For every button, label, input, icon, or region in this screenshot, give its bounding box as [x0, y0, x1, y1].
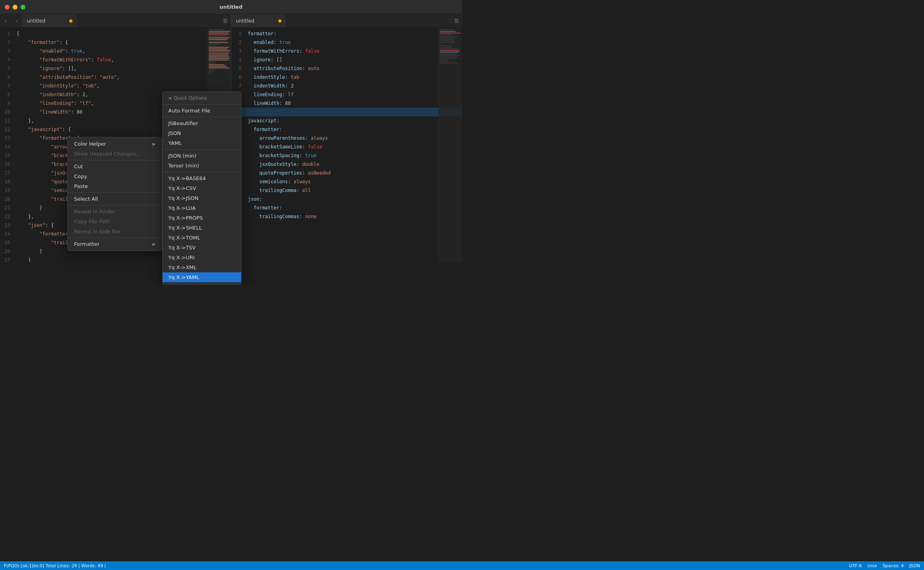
- ctx-separator-2: [68, 192, 162, 193]
- window-controls: [5, 5, 25, 10]
- ctx-cut[interactable]: Cut: [68, 162, 162, 171]
- code-line: 13 arrowParentheses: always: [231, 134, 462, 142]
- qm-jsbeautifier[interactable]: JSBeautifier: [163, 118, 241, 128]
- left-tab-label: untitled: [27, 18, 45, 24]
- ctx-separator-4: [68, 238, 162, 238]
- left-pane-tab-actions: ☰: [220, 14, 231, 27]
- qm-yq-json[interactable]: Yq X->JSON: [163, 193, 241, 203]
- qm-yq-toml[interactable]: Yq X->TOML: [163, 233, 241, 243]
- ctx-copy[interactable]: Copy: [68, 171, 162, 181]
- chevron-right-icon: ▶: [152, 142, 156, 146]
- pane-tabbar-left: ‹ › untitled ☰: [0, 14, 231, 28]
- qm-sep-2: [163, 149, 241, 150]
- qm-json[interactable]: JSON: [163, 128, 241, 138]
- code-line: 5 attributePosition: auto: [231, 64, 462, 73]
- qm-sep-0: [163, 104, 241, 104]
- code-line: 18 semicolons: always: [231, 177, 462, 186]
- minimize-button[interactable]: [13, 5, 17, 10]
- close-button[interactable]: [5, 5, 10, 10]
- qm-sep-1: [163, 117, 241, 117]
- code-line: 1{: [0, 29, 231, 38]
- code-line: 3 formatWithErrors: false: [231, 47, 462, 55]
- code-line: 16 jsxQuoteStyle: double: [231, 160, 462, 169]
- tab-nav-right[interactable]: ›: [11, 14, 22, 27]
- qm-sep-4: [163, 283, 241, 284]
- right-pane-tab-actions: ☰: [451, 14, 462, 27]
- code-line: 20json:: [231, 195, 462, 203]
- code-line: 14 bracketSameLine: false: [231, 142, 462, 151]
- chevron-right-icon-2: ▶: [152, 242, 156, 246]
- code-line: 2 "formatter": {: [0, 38, 231, 47]
- right-pane-tab[interactable]: untitled: [231, 14, 287, 27]
- code-line: 6 "attributePosition": "auto",: [0, 73, 231, 82]
- window-title: untitled: [220, 4, 243, 10]
- code-line: 10: [231, 108, 462, 116]
- qm-yq-uri[interactable]: Yq X->URI: [163, 253, 241, 262]
- ctx-show-unsaved: Show Unsaved Changes...: [68, 149, 162, 159]
- qm-terser-min[interactable]: Terser (min): [163, 161, 241, 171]
- maximize-button[interactable]: [21, 5, 25, 10]
- qm-yq-csv[interactable]: Yq X->CSV: [163, 183, 241, 193]
- code-line: 19 trailingComma: all: [231, 186, 462, 195]
- code-line: 3 "enabled": true,: [0, 47, 231, 55]
- left-tab-modified-dot: [69, 19, 72, 23]
- quick-options-header: ≡ Quick Options: [163, 93, 241, 103]
- quick-options-menu: ≡ Quick Options Auto Format File JSBeaut…: [162, 91, 241, 285]
- qm-sep-3: [163, 172, 241, 172]
- qm-json-min[interactable]: JSON (min): [163, 151, 241, 161]
- code-line: 6 indentStyle: tab: [231, 73, 462, 82]
- editor-pane-right: untitled ☰ 1formatter: 2 enabled: true 3…: [231, 14, 462, 262]
- editor-container: ‹ › untitled ☰ 1{ 2 "formatter": { 3 "en…: [0, 14, 462, 262]
- qm-yq-tsv[interactable]: Yq X->TSV: [163, 243, 241, 253]
- code-line: 12 formatter:: [231, 125, 462, 134]
- ctx-reveal-sidebar: Reveal in Side Bar: [68, 226, 162, 236]
- qm-yq-yaml[interactable]: Yq X->YAML: [163, 272, 241, 282]
- left-pane-menu-btn[interactable]: ☰: [220, 14, 231, 28]
- code-line: 21 formatter:: [231, 203, 462, 212]
- code-line: 4 ignore: []: [231, 55, 462, 64]
- right-pane-menu-btn[interactable]: ☰: [451, 14, 462, 28]
- code-line: 2 enabled: true: [231, 38, 462, 47]
- right-tab-modified-dot: [278, 19, 281, 23]
- ctx-select-all[interactable]: Select All: [68, 194, 162, 204]
- code-line: 4 "formatWithErrors": false,: [0, 55, 231, 64]
- ctx-formatter[interactable]: Formatter ▶: [68, 239, 162, 249]
- minimap-right: [438, 28, 462, 262]
- ctx-separator-1: [68, 160, 162, 160]
- titlebar: untitled: [0, 0, 462, 14]
- code-line: 7 "indentStyle": "tab",: [0, 82, 231, 90]
- pane-tabbar-right: untitled ☰: [231, 14, 462, 28]
- code-line: 1formatter:: [231, 29, 462, 38]
- qm-yq-xml[interactable]: Yq X->XML: [163, 262, 241, 272]
- code-line: 22 trailingCommas: none: [231, 212, 462, 221]
- code-line: 15 bracketSpacing: true: [231, 151, 462, 160]
- qm-yaml[interactable]: YAML: [163, 138, 241, 148]
- ctx-paste[interactable]: Paste: [68, 181, 162, 191]
- qm-auto-format[interactable]: Auto Format File: [163, 106, 241, 116]
- left-pane-tab[interactable]: untitled: [22, 14, 78, 27]
- context-menu: Color Helper ▶ Show Unsaved Changes... C…: [67, 137, 162, 251]
- ctx-reveal-finder: Reveal in Finder: [68, 207, 162, 217]
- code-line: 11javascript:: [231, 116, 462, 125]
- ctx-separator-3: [68, 205, 162, 205]
- qm-yq-base64[interactable]: Yq X->BASE64: [163, 173, 241, 183]
- right-tab-label: untitled: [236, 18, 254, 24]
- tab-nav-left[interactable]: ‹: [0, 14, 11, 27]
- code-line: 9 lineWidth: 80: [231, 99, 462, 108]
- right-code-area[interactable]: 1formatter: 2 enabled: true 3 formatWith…: [231, 28, 462, 262]
- qm-yq-props[interactable]: Yq X->PROPS: [163, 213, 241, 223]
- ctx-color-helper[interactable]: Color Helper ▶: [68, 139, 162, 149]
- code-line: 17 quoteProperties: asNeeded: [231, 169, 462, 177]
- ctx-copy-file-path: Copy File Path: [68, 217, 162, 226]
- qm-yq-lua[interactable]: Yq X->LUA: [163, 203, 241, 213]
- code-line: 8 lineEnding: lf: [231, 90, 462, 99]
- qm-yq-shell[interactable]: Yq X->SHELL: [163, 223, 241, 233]
- code-line: 7 indentWidth: 2: [231, 82, 462, 90]
- code-line: 5 "ignore": [],: [0, 64, 231, 73]
